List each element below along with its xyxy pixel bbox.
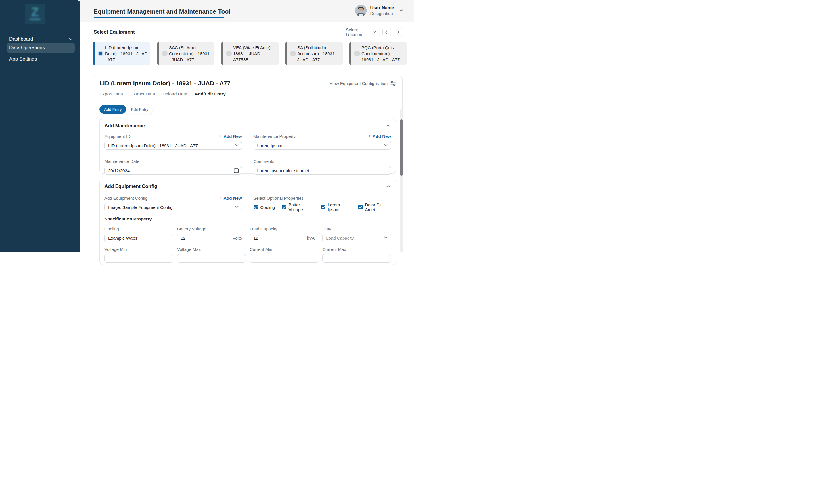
add-equipment-config-card: Add Equipment Config Add Equipment Confi…: [99, 179, 396, 252]
checkbox-checked-icon: [282, 205, 286, 210]
chevron-left-icon: [385, 31, 388, 34]
radio-selected-icon[interactable]: [98, 51, 104, 56]
collapse-button[interactable]: [385, 183, 391, 190]
current-max-label: Current Max: [322, 247, 391, 252]
checkbox-lorem-ipsum[interactable]: Lorem Ipsum: [321, 202, 351, 212]
user-menu[interactable]: User Name Designation: [355, 5, 402, 16]
maintenance-date-field[interactable]: [105, 166, 242, 175]
checkbox-checked-icon: [358, 205, 363, 210]
entry-mode-toggle: Add Entry Edit Entry: [99, 105, 153, 113]
comments-input[interactable]: [257, 168, 387, 173]
add-new-equipment-id-button[interactable]: + Add New: [219, 133, 242, 139]
calendar-icon[interactable]: [234, 168, 239, 173]
sidebar: Z Dashboard Data Operations App Settings: [0, 0, 81, 252]
sidebar-item-data-operations[interactable]: Data Operations: [7, 43, 75, 53]
load-capacity-label: Load Capacity: [250, 226, 319, 231]
chevron-down-icon: [235, 143, 238, 146]
chevron-down-icon: [399, 8, 403, 11]
checkbox-cooling[interactable]: Cooling: [254, 205, 275, 210]
edit-entry-button[interactable]: Edit Entry: [126, 105, 153, 113]
equipment-detail-panel: LID (Lorem Ipsum Dolor) - 18931 - JUAD -…: [93, 76, 403, 252]
checkbox-batter-voltage[interactable]: Batter Voltage: [282, 202, 314, 212]
select-location-dropdown[interactable]: Select Location: [341, 28, 380, 37]
radio-unselected-icon[interactable]: [226, 51, 232, 56]
equipment-panel-title: LID (Lorem Ipsum Dolor) - 18931 - JUAD -…: [99, 80, 329, 87]
radio-unselected-icon[interactable]: [354, 51, 360, 56]
radio-unselected-icon[interactable]: [162, 51, 168, 56]
equipment-config-select[interactable]: Image: Sample Equipment Config: [105, 203, 242, 212]
panel-scrollbar-track[interactable]: [401, 109, 403, 252]
cooling-field[interactable]: [105, 234, 173, 242]
tab-add-edit-entry[interactable]: Add/Edit Entry: [195, 91, 226, 99]
maintenance-property-select[interactable]: Lorem Ipsum: [254, 141, 391, 150]
add-new-maintenance-property-button[interactable]: + Add New: [368, 133, 391, 139]
sidebar-item-label: App Settings: [9, 56, 37, 62]
avatar: [355, 5, 367, 16]
voltage-max-label: Voltage Max: [177, 247, 246, 252]
scroll-right-button[interactable]: [394, 28, 402, 37]
add-equipment-config-title: Add Equipment Config: [105, 184, 385, 189]
add-new-label: Add New: [223, 134, 242, 139]
equipment-card-label: SA (Sollicitudin Accumsan) - 18931 - JUA…: [297, 45, 340, 63]
equipment-id-label: Equipment ID: [105, 134, 219, 139]
duty-select[interactable]: Load Capacity: [322, 234, 391, 242]
add-entry-button[interactable]: Add Entry: [99, 105, 126, 113]
cooling-input[interactable]: [108, 236, 169, 240]
voltage-min-label: Voltage Min: [105, 247, 173, 252]
main-area: Equipment Management and Maintenance Too…: [78, 0, 414, 252]
equipment-id-select[interactable]: LID (Lorem Ipsum Dolor) - 18931 - JUAD -…: [105, 141, 242, 150]
card-accent-bar: [157, 42, 159, 65]
title-underline: [94, 17, 224, 18]
view-equipment-configuration-link[interactable]: View Equipment Configuration: [329, 81, 396, 86]
page-header: Equipment Management and Maintenance Too…: [78, 0, 414, 22]
page-title: Equipment Management and Maintenance Too…: [94, 8, 231, 15]
sidebar-item-app-settings[interactable]: App Settings: [7, 54, 75, 64]
checkbox-dolor-sit-amet[interactable]: Dolor Sit Amet: [358, 202, 391, 212]
equipment-card-sa[interactable]: SA (Sollicitudin Accumsan) - 18931 - JUA…: [285, 42, 343, 65]
equipment-card-lid[interactable]: LID (Lorem Ipsum Dolor) - 18931 - JUAD -…: [93, 42, 150, 65]
tab-export-data[interactable]: Export Data: [99, 91, 123, 99]
select-location-label: Select Location: [346, 27, 371, 37]
plus-icon: +: [368, 133, 371, 139]
sidebar-item-label: Dashboard: [9, 36, 33, 42]
tab-extract-data[interactable]: Extract Data: [130, 91, 155, 99]
maintenance-property-value: Lorem Ipsum: [257, 143, 283, 148]
equipment-card-label: LID (Lorem Ipsum Dolor) - 18931 - JUAD -…: [105, 45, 148, 63]
view-config-label: View Equipment Configuration: [329, 81, 387, 86]
card-accent-bar: [349, 42, 351, 65]
chevron-down-icon: [373, 30, 376, 33]
scroll-left-button[interactable]: [382, 28, 391, 37]
user-designation: Designation: [370, 11, 394, 16]
cooling-label: Cooling: [105, 226, 173, 231]
maintenance-date-input[interactable]: [108, 168, 238, 173]
plus-icon: +: [219, 195, 222, 201]
collapse-button[interactable]: [385, 122, 391, 130]
load-capacity-field[interactable]: kVA: [250, 234, 319, 242]
card-accent-bar: [221, 42, 223, 65]
chevron-up-icon: [386, 125, 389, 128]
chevron-down-icon: [384, 143, 387, 146]
equipment-card-pqc[interactable]: PQC (Porta Quis Condimentum) - 18931 - J…: [349, 42, 407, 65]
optional-properties-group: Cooling Batter Voltage Lorem Ipsum: [254, 203, 391, 212]
sidebar-item-label: Data Operations: [9, 45, 45, 51]
logo-z-icon: Z: [26, 5, 44, 23]
checkbox-label: Batter Voltage: [288, 202, 314, 212]
checkbox-label: Dolor Sit Amet: [365, 202, 391, 212]
radio-unselected-icon[interactable]: [290, 51, 296, 56]
battery-voltage-label: Battery Voltage: [177, 226, 246, 231]
comments-field[interactable]: [254, 166, 391, 175]
panel-scrollbar-thumb[interactable]: [401, 119, 403, 176]
add-maintenance-title: Add Maintenance: [105, 123, 385, 129]
add-new-config-button[interactable]: + Add New: [219, 195, 242, 201]
chevron-down-icon: [69, 37, 72, 40]
equipment-id-value: LID (Lorem Ipsum Dolor) - 18931 - JUAD -…: [108, 143, 198, 148]
tab-upload-data[interactable]: Upload Data: [162, 91, 187, 99]
equipment-card-vea[interactable]: VEA (Vitae Et Ante) - 18931 - JUAD - A77…: [221, 42, 279, 65]
equipment-card-label: PQC (Porta Quis Condimentum) - 18931 - J…: [361, 45, 405, 63]
kva-unit-label: kVA: [307, 236, 315, 240]
add-maintenance-card: Add Maintenance Equipment ID + Add New: [99, 118, 396, 174]
add-new-label: Add New: [373, 134, 391, 139]
load-capacity-input[interactable]: [254, 236, 315, 240]
battery-voltage-field[interactable]: Volts: [177, 234, 246, 242]
equipment-card-sac[interactable]: SAC (Sit Amet Consectetur) - 18931 - JUA…: [157, 42, 214, 65]
